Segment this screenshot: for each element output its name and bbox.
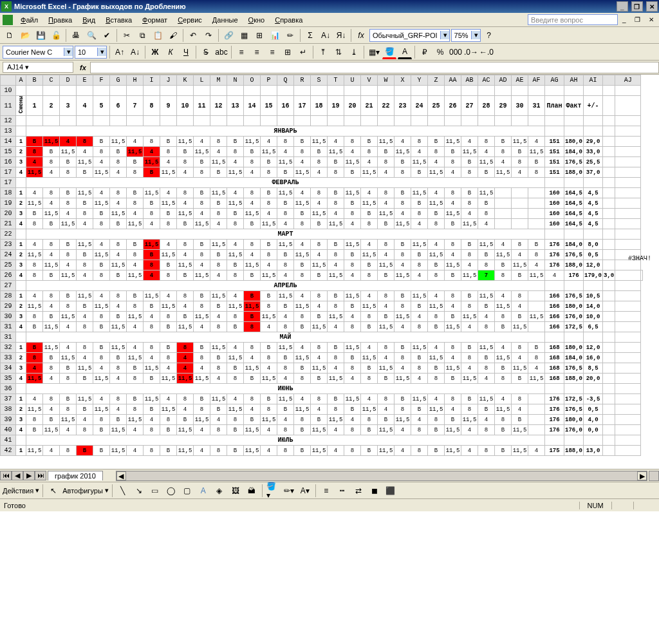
col-header[interactable]: R — [294, 75, 311, 86]
tab-nav-next-icon[interactable]: ▶ — [23, 471, 35, 480]
decrease-decimal-icon[interactable]: ←.0 — [479, 45, 494, 59]
row-header[interactable]: 32 — [1, 343, 16, 353]
line-style-icon[interactable]: ≡ — [319, 484, 333, 498]
col-header[interactable]: AG — [545, 75, 564, 86]
row-header[interactable]: 31 — [1, 322, 16, 332]
col-header[interactable] — [603, 75, 615, 86]
redo-icon[interactable]: ↷ — [201, 28, 216, 43]
shadow-icon[interactable]: ◼ — [367, 484, 382, 498]
line-icon[interactable]: ╲ — [116, 484, 130, 498]
decrease-font-icon[interactable]: A↓ — [128, 45, 142, 59]
valign-top-icon[interactable]: ⤒ — [316, 45, 330, 59]
actions-menu[interactable]: Действия — [3, 487, 33, 495]
spelling-icon[interactable]: ✔ — [100, 28, 114, 43]
col-header[interactable] — [1, 75, 16, 86]
merge-center-icon[interactable]: ⊞ — [281, 45, 295, 59]
row-header[interactable]: 19 — [1, 198, 16, 209]
col-header[interactable]: A — [16, 75, 26, 86]
paste-icon[interactable]: 📋 — [151, 28, 165, 43]
minimize-button[interactable]: _ — [617, 1, 628, 12]
open-icon[interactable]: 📂 — [18, 28, 32, 43]
dash-style-icon[interactable]: ┅ — [335, 484, 349, 498]
sort-desc-icon[interactable]: Я↓ — [334, 28, 348, 43]
row-header[interactable]: 33 — [1, 353, 16, 363]
menu-Вид[interactable]: Вид — [77, 15, 100, 25]
oval-icon[interactable]: ◯ — [164, 484, 178, 498]
drawing-icon[interactable]: ✏ — [283, 28, 297, 43]
row-header[interactable]: 17 — [1, 178, 16, 188]
align-left-icon[interactable]: ≡ — [234, 45, 248, 59]
row-header[interactable]: 11 — [1, 96, 16, 116]
fx-icon[interactable]: fx — [354, 28, 368, 43]
col-header[interactable]: S — [311, 75, 328, 86]
wordart-icon[interactable]: A — [196, 484, 210, 498]
menu-Справка[interactable]: Справка — [270, 15, 308, 25]
valign-middle-icon[interactable]: ⇅ — [331, 45, 346, 59]
row-header[interactable]: 35 — [1, 374, 16, 384]
row-header[interactable]: 41 — [1, 435, 16, 446]
row-header[interactable]: 37 — [1, 394, 16, 404]
row-header[interactable]: 22 — [1, 229, 16, 240]
comma-icon[interactable]: 000 — [449, 45, 463, 59]
row-header[interactable]: 34 — [1, 363, 16, 374]
col-header[interactable]: T — [328, 75, 344, 86]
merge-icon[interactable]: ⊞ — [252, 28, 266, 43]
borders-icon[interactable]: ▦ — [237, 28, 251, 43]
clipart-icon[interactable]: 🖼 — [228, 484, 243, 498]
col-header[interactable]: AE — [512, 75, 528, 86]
help-icon[interactable]: ? — [482, 28, 496, 43]
picture-icon[interactable]: 🏔 — [245, 484, 259, 498]
name-box[interactable]: AJ14 ▾ — [3, 62, 73, 73]
col-header[interactable]: E — [77, 75, 93, 86]
row-header[interactable]: 10 — [1, 86, 16, 96]
col-header[interactable]: AA — [445, 75, 461, 86]
row-header[interactable]: 13 — [1, 126, 16, 137]
mdi-minimize-button[interactable]: _ — [619, 15, 629, 24]
menu-Формат[interactable]: Формат — [137, 15, 172, 25]
style-combo[interactable]: Обычный_GRF-POI▾ — [369, 29, 450, 42]
menu-Вставка[interactable]: Вставка — [100, 15, 137, 25]
close-button[interactable]: ✕ — [646, 1, 658, 12]
col-header[interactable]: N — [227, 75, 244, 86]
col-header[interactable]: AF — [528, 75, 545, 86]
mdi-restore-button[interactable]: ❐ — [633, 15, 643, 24]
borders-dropdown-icon[interactable]: ▦▾ — [367, 45, 381, 59]
row-header[interactable]: 31 — [1, 332, 16, 343]
menu-Данные[interactable]: Данные — [207, 15, 243, 25]
col-header[interactable]: AC — [478, 75, 495, 86]
underline-icon[interactable]: Ч — [179, 45, 193, 59]
row-header[interactable]: 18 — [1, 188, 16, 198]
mdi-close-button[interactable]: ✕ — [646, 15, 656, 24]
row-header[interactable]: 29 — [1, 301, 16, 312]
col-header[interactable]: AJ — [615, 75, 641, 86]
formula-input[interactable] — [90, 62, 659, 73]
textbox-icon[interactable]: ▢ — [180, 484, 194, 498]
arrow-style-icon[interactable]: ⇄ — [351, 484, 366, 498]
row-header[interactable]: 23 — [1, 240, 16, 250]
valign-bottom-icon[interactable]: ⤓ — [347, 45, 361, 59]
increase-decimal-icon[interactable]: .0→ — [464, 45, 478, 59]
row-header[interactable]: 38 — [1, 404, 16, 415]
menu-Правка[interactable]: Правка — [43, 15, 77, 25]
col-header[interactable]: W — [378, 75, 394, 86]
spreadsheet-grid[interactable]: ABCDEFGHIJKLMNOPQRSTUVWXYZAAABACADAEAFAG… — [0, 75, 659, 469]
format-painter-icon[interactable]: 🖌 — [166, 28, 180, 43]
percent-icon[interactable]: % — [433, 45, 447, 59]
row-header[interactable]: 12 — [1, 116, 16, 126]
select-icon[interactable]: ↖ — [46, 484, 60, 498]
copy-icon[interactable]: ⧉ — [135, 28, 149, 43]
tab-nav-prev-icon[interactable]: ◀ — [12, 471, 23, 480]
fill-color-draw-icon[interactable]: 🪣▾ — [266, 484, 280, 498]
new-icon[interactable]: 🗋 — [3, 28, 17, 43]
col-header[interactable]: F — [93, 75, 110, 86]
sort-asc-icon[interactable]: A↓ — [319, 28, 333, 43]
col-header[interactable]: L — [194, 75, 210, 86]
font-name-combo[interactable]: Courier New C▾ — [3, 46, 73, 59]
row-header[interactable]: 20 — [1, 209, 16, 219]
workbook-icon[interactable] — [3, 15, 13, 25]
help-search-input[interactable] — [528, 14, 618, 25]
font-color-icon[interactable]: A — [398, 45, 412, 59]
subscript-icon[interactable]: abc — [214, 45, 228, 59]
col-header[interactable]: D — [60, 75, 77, 86]
col-header[interactable]: H — [127, 75, 144, 86]
